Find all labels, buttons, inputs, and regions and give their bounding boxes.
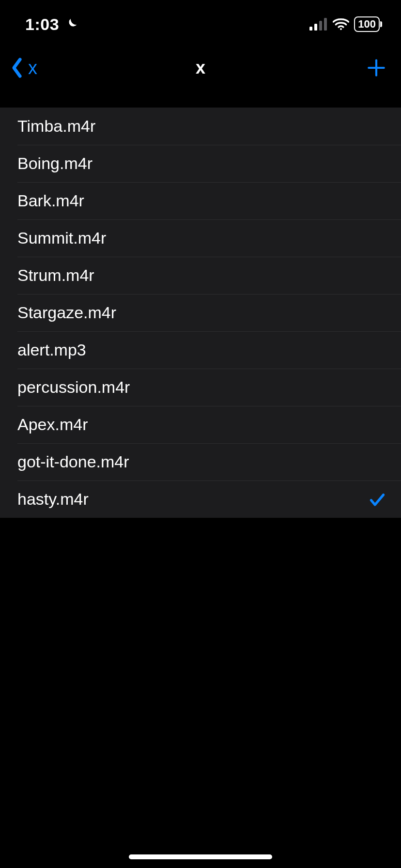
svg-rect-2	[319, 21, 322, 31]
list-item-label: Apex.m4r	[17, 415, 88, 434]
svg-rect-0	[309, 27, 312, 31]
svg-rect-3	[324, 18, 327, 31]
list-item-label: alert.mp3	[17, 341, 86, 359]
list-item-label: hasty.m4r	[17, 490, 89, 509]
status-bar: 1:03 100	[0, 0, 401, 48]
list-item-label: Stargaze.m4r	[17, 303, 116, 322]
svg-point-4	[340, 28, 342, 30]
cellular-icon	[309, 18, 328, 31]
list-item[interactable]: Timba.m4r	[0, 108, 401, 145]
list-item[interactable]: Bark.m4r	[0, 182, 401, 219]
list-item-label: Summit.m4r	[17, 229, 106, 248]
battery-text: 100	[358, 18, 376, 31]
list-item[interactable]: got-it-done.m4r	[0, 443, 401, 480]
list-item[interactable]: Summit.m4r	[0, 219, 401, 257]
list-item[interactable]: Strum.m4r	[0, 257, 401, 294]
svg-rect-1	[314, 24, 317, 31]
nav-bar: x x	[0, 48, 401, 87]
plus-icon	[366, 58, 386, 78]
back-label: x	[28, 58, 37, 78]
moon-icon	[64, 17, 78, 31]
file-list: Timba.m4rBoing.m4rBark.m4rSummit.m4rStru…	[0, 108, 401, 518]
list-item-label: Bark.m4r	[17, 191, 84, 210]
list-item[interactable]: hasty.m4r	[0, 480, 401, 518]
list-item[interactable]: Boing.m4r	[0, 145, 401, 182]
wifi-icon	[333, 18, 349, 31]
list-item-label: Boing.m4r	[17, 154, 93, 173]
back-button[interactable]: x	[10, 57, 37, 78]
checkmark-icon	[368, 490, 386, 509]
list-item-label: percussion.m4r	[17, 378, 130, 397]
status-time: 1:03	[25, 15, 59, 34]
add-button[interactable]	[366, 58, 386, 78]
list-item-label: Strum.m4r	[17, 266, 94, 285]
home-indicator[interactable]	[129, 854, 272, 859]
list-item[interactable]: alert.mp3	[0, 331, 401, 369]
list-item[interactable]: percussion.m4r	[0, 369, 401, 406]
chevron-left-icon	[10, 57, 24, 78]
list-item[interactable]: Stargaze.m4r	[0, 294, 401, 331]
list-item-label: Timba.m4r	[17, 117, 95, 136]
battery-indicator: 100	[354, 16, 380, 32]
list-item[interactable]: Apex.m4r	[0, 406, 401, 443]
list-item-label: got-it-done.m4r	[17, 452, 129, 471]
page-title: x	[0, 58, 401, 78]
